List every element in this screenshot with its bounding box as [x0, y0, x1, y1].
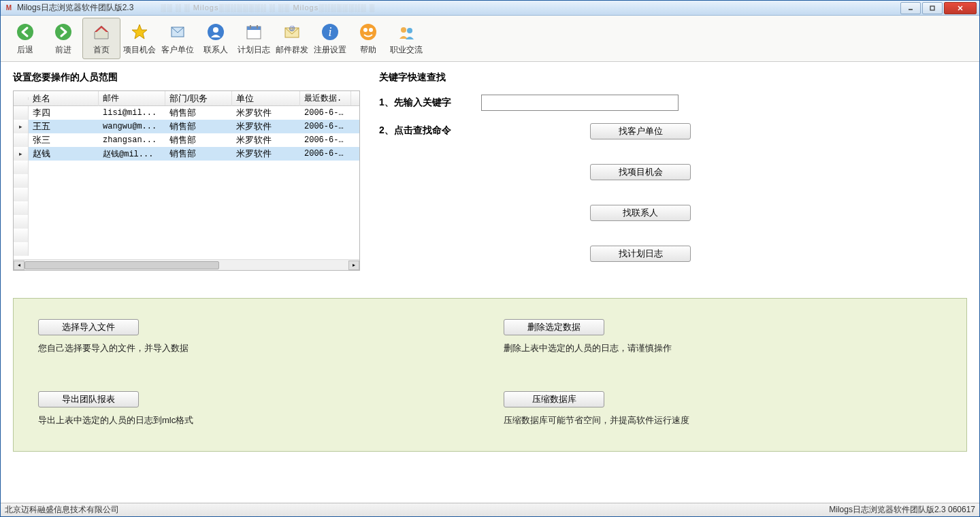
cell-date: 2006-6-1. — [300, 120, 351, 133]
table-row-empty[interactable] — [14, 229, 359, 242]
maximize-button[interactable] — [922, 2, 943, 14]
svg-point-17 — [360, 24, 376, 40]
staff-scope-title: 设置您要操作的人员范围 — [13, 71, 360, 84]
table-row-empty[interactable] — [14, 174, 359, 188]
find-customer-button[interactable]: 找客户单位 — [590, 123, 691, 139]
row-marker — [14, 188, 29, 201]
toolbar-calendar[interactable]: 计划日志 — [235, 18, 273, 59]
toolbar-back[interactable]: 后退 — [6, 18, 44, 59]
scroll-track[interactable] — [24, 261, 348, 270]
toolbar-label: 后退 — [17, 44, 33, 56]
toolbar-label: 邮件群发 — [276, 44, 308, 56]
svg-point-21 — [407, 28, 412, 33]
import-file-button[interactable]: 选择导入文件 — [38, 319, 139, 335]
toolbar-info[interactable]: i注册设置 — [311, 18, 349, 59]
compress-block: 压缩数据库 压缩数据库可能节省空间，并提高软件运行速度 — [504, 391, 942, 427]
home-icon — [91, 21, 112, 43]
close-button[interactable] — [944, 2, 977, 14]
toolbar-label: 项目机会 — [123, 44, 156, 56]
cell-name: 赵钱 — [29, 146, 99, 161]
table-row-empty[interactable] — [14, 242, 359, 256]
staff-table: 姓名 邮件 部门/职务 单位 最近数据. 李四lisi@mil...销售部米罗软… — [13, 90, 360, 271]
scroll-thumb[interactable] — [24, 261, 219, 269]
app-window: M Milogs日志浏览器软件团队版2.3 ░░ ░ ░ Milogs░░░░░… — [0, 0, 980, 517]
toolbar-home[interactable]: 首页 — [82, 18, 120, 59]
col-date[interactable]: 最近数据. — [300, 91, 351, 105]
col-dept[interactable]: 部门/职务 — [165, 91, 232, 106]
people-icon — [395, 21, 417, 43]
find-project-button[interactable]: 找项目机会 — [590, 164, 691, 180]
svg-point-19 — [369, 28, 373, 32]
export-desc: 导出上表中选定的人员的日志到mlc格式 — [38, 414, 476, 427]
toolbar-help[interactable]: 帮助 — [349, 18, 387, 59]
toolbar-mail[interactable]: @邮件群发 — [273, 18, 311, 59]
contacts-icon — [205, 21, 227, 43]
cell-email: wangwu@m... — [99, 120, 165, 133]
svg-point-4 — [17, 24, 33, 40]
keyword-input[interactable] — [481, 95, 679, 111]
back-icon — [14, 21, 36, 43]
table-row-empty[interactable] — [14, 215, 359, 229]
col-unit[interactable]: 单位 — [232, 91, 300, 106]
table-row-empty[interactable] — [14, 201, 359, 215]
row-marker — [14, 215, 29, 229]
table-row-empty[interactable] — [14, 188, 359, 201]
info-icon: i — [319, 21, 341, 43]
staff-scope-panel: 设置您要操作的人员范围 姓名 邮件 部门/职务 单位 最近数据. 李四lisi@… — [13, 71, 360, 271]
toolbar-contacts[interactable]: 联系人 — [197, 18, 235, 59]
export-report-button[interactable]: 导出团队报表 — [38, 391, 139, 407]
actions-panel: 选择导入文件 您自己选择要导入的文件，并导入数据 删除选定数据 删除上表中选定的… — [13, 298, 967, 452]
import-desc: 您自己选择要导入的文件，并导入数据 — [38, 342, 476, 354]
col-name[interactable]: 姓名 — [29, 91, 99, 106]
col-email[interactable]: 邮件 — [99, 91, 165, 105]
svg-text:i: i — [328, 25, 331, 39]
svg-text:@: @ — [289, 25, 295, 32]
minimize-button[interactable] — [900, 2, 921, 14]
table-row[interactable]: 张三zhangsan...销售部米罗软件2006-6-1. — [14, 133, 359, 147]
find-contact-button[interactable]: 找联系人 — [590, 205, 691, 221]
cell-email: 赵钱@mil... — [99, 147, 165, 161]
statusbar: 北京迈科融盛信息技术有限公司 Milogs日志浏览器软件团队版2.3 06061… — [1, 503, 979, 516]
toolbar-customer[interactable]: 客户单位 — [159, 18, 197, 59]
cell-name: 李四 — [29, 106, 99, 120]
table-row[interactable]: 王五wangwu@m...销售部米罗软件2006-6-1. — [14, 120, 359, 133]
row-marker — [14, 174, 29, 188]
scroll-left-arrow[interactable]: ◂ — [14, 261, 24, 270]
cell-dept: 销售部 — [165, 146, 232, 161]
cell-unit: 米罗软件 — [232, 106, 300, 120]
titlebar-blur: ░░ ░ ░ Milogs░░░░░░░░ ░ ░░ Milogs░░░░░░░… — [161, 3, 900, 13]
mail-icon: @ — [281, 21, 303, 43]
status-right: Milogs日志浏览器软件团队版2.3 060617 — [829, 504, 975, 516]
find-plan-button[interactable]: 找计划日志 — [590, 246, 691, 262]
table-row[interactable]: 赵钱赵钱@mil...销售部米罗软件2006-6-1. — [14, 147, 359, 161]
delete-selected-button[interactable]: 删除选定数据 — [504, 319, 604, 335]
toolbar-label: 帮助 — [360, 44, 376, 56]
svg-rect-1 — [930, 6, 934, 10]
titlebar: M Milogs日志浏览器软件团队版2.3 ░░ ░ ░ Milogs░░░░░… — [1, 1, 979, 16]
toolbar-star[interactable]: 项目机会 — [120, 18, 159, 59]
toolbar-people[interactable]: 职业交流 — [387, 18, 425, 59]
compress-db-button[interactable]: 压缩数据库 — [504, 391, 604, 407]
import-block: 选择导入文件 您自己选择要导入的文件，并导入数据 — [38, 319, 476, 354]
svg-point-20 — [401, 27, 406, 33]
status-left: 北京迈科融盛信息技术有限公司 — [5, 504, 119, 516]
cell-email: lisi@mil... — [99, 107, 165, 119]
step1-label: 1、先输入关键字 — [379, 97, 481, 109]
scroll-right-arrow[interactable]: ▸ — [348, 261, 359, 270]
cell-dept: 销售部 — [165, 133, 232, 148]
toolbar: 后退前进首页项目机会客户单位联系人计划日志@邮件群发i注册设置帮助职业交流 — [1, 16, 979, 62]
cell-dept: 销售部 — [165, 119, 232, 134]
toolbar-forward[interactable]: 前进 — [44, 18, 82, 59]
row-marker-header — [14, 97, 29, 100]
svg-point-8 — [213, 27, 218, 33]
row-marker — [14, 161, 29, 174]
cell-unit: 米罗软件 — [232, 133, 300, 148]
compress-desc: 压缩数据库可能节省空间，并提高软件运行速度 — [504, 414, 942, 427]
table-row-empty[interactable] — [14, 161, 359, 174]
table-row[interactable]: 李四lisi@mil...销售部米罗软件2006-6-1. — [14, 106, 359, 120]
star-icon — [129, 21, 150, 43]
horizontal-scrollbar[interactable]: ◂ ▸ — [14, 259, 359, 270]
cell-dept: 销售部 — [165, 106, 232, 120]
cell-date: 2006-6-1. — [300, 107, 351, 119]
row-marker — [14, 201, 29, 215]
